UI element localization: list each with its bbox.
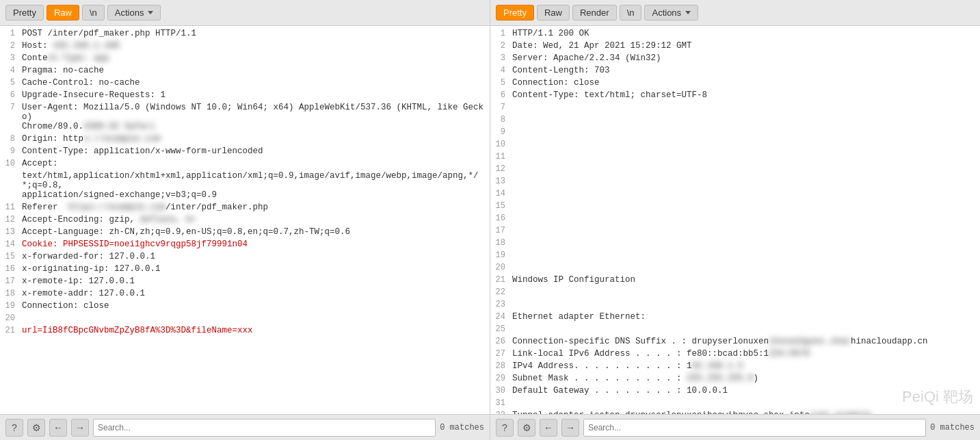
left-next-button[interactable]: → [71,419,89,437]
right-matches-label: 0 matches [930,423,975,432]
question-icon: ? [12,422,17,433]
left-gear-button[interactable]: ⚙ [27,419,45,437]
arrow-left-icon: ← [53,422,63,433]
right-pane: Pretty Raw Render \n Actions 1 HTTP/1.1 … [490,0,980,440]
redacted: s://example.com [83,134,161,144]
left-actions-button[interactable]: Actions [107,5,161,21]
right-gear-button[interactable]: ⚙ [518,419,535,437]
redacted: deflate, br [140,215,197,224]
right-tab-raw[interactable]: Raw [537,5,570,21]
arrow-right-icon: → [75,422,85,433]
table-row: 16 x-originating-ip: 127.0.0.1 [0,264,490,276]
table-row: 3 Server: Apache/2.2.34 (Win32) [490,53,980,66]
table-row: 18 [490,238,980,250]
right-actions-button[interactable]: Actions [644,5,698,21]
right-next-button[interactable]: → [561,419,579,437]
table-row: application/signed-exchange;v=b3;q=0.9 [0,190,490,203]
table-row: text/html,application/xhtml+xml,applicat… [0,171,490,190]
table-row: 11 Referer https://example.com/inter/pdf… [0,203,490,215]
table-row: 6 Upgrade-Insecure-Requests: 1 [0,90,490,103]
table-row: 9 Content-Type: application/x-www-form-u… [0,146,490,159]
table-row: 12 Accept-Encoding: gzip, deflate, br [0,215,490,227]
table-row: 29 Subnet Mask . . . . . . . . . . : 255… [490,374,980,386]
left-question-button[interactable]: ? [5,419,23,437]
table-row: 20 [0,313,490,326]
table-row: 24 Ethernet adapter Ethernet: [490,312,980,324]
redacted: 255.255.255.0 [687,374,754,383]
redacted: 92.168.1.5 [692,361,743,371]
table-row: 9 [490,127,980,140]
left-prev-button[interactable]: ← [49,419,67,437]
left-matches-label: 0 matches [440,423,484,432]
arrow-left-icon: ← [544,422,553,433]
table-row: 8 Origin: https://example.com [0,134,490,146]
left-content-area: 1 POST /inter/pdf_maker.php HTTP/1.1 2 H… [0,26,490,414]
left-tab-raw[interactable]: Raw [47,5,79,21]
table-row: 17 x-remote-ip: 127.0.0.1 [0,276,490,289]
table-row: 5 Connection: close [490,78,980,90]
gear-icon: ⚙ [32,422,41,433]
table-row: 8 [490,115,980,127]
redacted: ihocwibgvec.shax [769,337,851,346]
table-row: 26 Connection-specific DNS Suffix . : dr… [490,337,980,349]
redacted: https://example.com [68,203,166,212]
table-row: 14 [490,189,980,201]
right-actions-chevron-icon [685,11,691,14]
table-row: 13 [490,177,980,189]
gear-icon: ⚙ [522,422,531,433]
table-row: 10 Accept: [0,159,490,171]
question-icon: ? [502,422,507,433]
table-row: 21 Windows IP Configuration [490,275,980,287]
redacted: nt-Type: app [48,53,109,63]
table-row: 19 Connection: close [0,301,490,313]
arrow-right-icon: → [566,422,575,433]
left-bottom-bar: ? ⚙ ← → 0 matches [0,414,490,440]
left-search-input[interactable] [93,419,436,437]
table-row: 13 Accept-Language: zh-CN,zh;q=0.9,en-US… [0,227,490,240]
table-row: 10 [490,140,980,152]
left-pane: Pretty Raw \n Actions 1 POST /inter/pdf_… [0,0,490,440]
table-row: 30 Default Gateway . . . . . . . . : 10.… [490,386,980,398]
right-tab-newline[interactable]: \n [620,5,642,21]
table-row: 2 Date: Wed, 21 Apr 2021 15:29:12 GMT [490,41,980,53]
table-row: 4 Content-Length: 703 [490,66,980,78]
table-row: 4 Pragma: no-cache [0,66,490,78]
table-row: 11 [490,152,980,164]
right-tab-render[interactable]: Render [572,5,617,21]
right-prev-button[interactable]: ← [540,419,557,437]
table-row: 7 User-Agent: Mozilla/5.0 (Windows NT 10… [0,103,490,122]
table-row: 1 POST /inter/pdf_maker.php HTTP/1.1 [0,29,490,41]
right-content-area: 1 HTTP/1.1 200 OK 2 Date: Wed, 21 Apr 20… [490,26,980,414]
table-row: 14 Cookie: PHPSESSID=noei1ghcv9rqgp58jf7… [0,240,490,252]
table-row: 22 [490,287,980,300]
left-tab-newline[interactable]: \n [82,5,105,21]
left-tab-pretty[interactable]: Pretty [5,5,44,21]
right-toolbar: Pretty Raw Render \n Actions [490,0,980,26]
table-row: 12 [490,164,980,177]
redacted: rnet.example [810,411,871,414]
right-bottom-bar: ? ⚙ ← → 0 matches [490,414,980,440]
table-row: 25 [490,324,980,337]
table-row: 5 Cache-Control: no-cache [0,78,490,90]
redacted: 234:5678 [769,349,810,359]
right-tab-pretty[interactable]: Pretty [496,5,534,21]
table-row: 27 Link-local IPv6 Address . . . . : fe8… [490,349,980,361]
table-row: 19 [490,250,980,263]
table-row: 18 x-remote-addr: 127.0.0.1 [0,289,490,301]
table-row: 3 Content-Type: app [0,53,490,66]
left-toolbar: Pretty Raw \n Actions [0,0,490,26]
table-row: 7 [490,103,980,115]
right-search-input[interactable] [583,419,926,437]
table-row: 20 [490,263,980,275]
redacted: 4389.82 Safari [83,122,155,131]
right-question-button[interactable]: ? [496,419,514,437]
table-row: 32 Tunnel adapter isatap.drupyserlonuxen… [490,411,980,414]
table-row: 6 Content-Type: text/html; charset=UTF-8 [490,90,980,103]
table-row: 1 HTTP/1.1 200 OK [490,29,980,41]
table-row: 15 [490,201,980,213]
table-row: 17 [490,226,980,238]
left-actions-chevron-icon [148,11,153,14]
table-row: 31 [490,398,980,411]
table-row: Chrome/89.0.4389.82 Safari [0,122,490,134]
table-row: 23 [490,300,980,312]
